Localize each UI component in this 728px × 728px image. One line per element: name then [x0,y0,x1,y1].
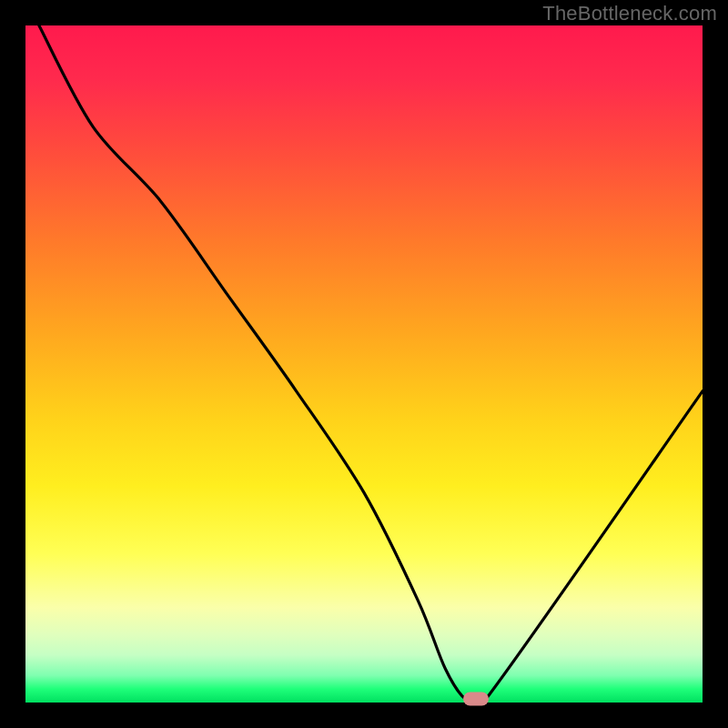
chart-frame: TheBottleneck.com [0,0,728,728]
optimal-point-marker [463,693,489,706]
plot-area [25,25,703,703]
bottleneck-curve [25,25,703,703]
watermark-text: TheBottleneck.com [542,2,717,25]
